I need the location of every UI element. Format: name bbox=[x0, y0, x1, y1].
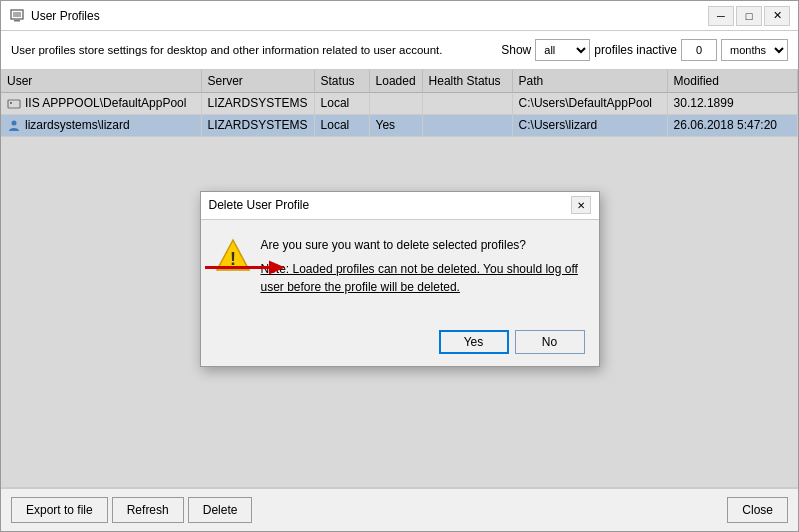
refresh-button[interactable]: Refresh bbox=[112, 497, 184, 523]
delete-dialog: Delete User Profile ✕ bbox=[200, 191, 600, 367]
no-button[interactable]: No bbox=[515, 330, 585, 354]
dialog-title: Delete User Profile bbox=[209, 198, 310, 212]
show-label: Show bbox=[501, 43, 531, 57]
yes-button[interactable]: Yes bbox=[439, 330, 509, 354]
bottom-left-buttons: Export to file Refresh Delete bbox=[11, 497, 252, 523]
dialog-note: Note: Loaded profiles can not be deleted… bbox=[261, 260, 585, 296]
window-controls: ─ □ ✕ bbox=[708, 6, 790, 26]
dialog-question: Are you sure you want to delete selected… bbox=[261, 236, 585, 254]
svg-rect-2 bbox=[14, 20, 20, 22]
delete-button[interactable]: Delete bbox=[188, 497, 253, 523]
export-button[interactable]: Export to file bbox=[11, 497, 108, 523]
table-area: User Server Status Loaded Health Status … bbox=[1, 70, 798, 488]
dialog-body: ! Are you sure you want to delete select… bbox=[201, 220, 599, 324]
inactive-input[interactable]: 0 bbox=[681, 39, 717, 61]
dialog-overlay: Delete User Profile ✕ bbox=[1, 70, 798, 487]
dialog-buttons: Yes No bbox=[201, 324, 599, 366]
title-bar: User Profiles ─ □ ✕ bbox=[1, 1, 798, 31]
months-select[interactable]: months days years bbox=[721, 39, 788, 61]
show-controls: Show all none profiles inactive 0 months… bbox=[501, 39, 788, 61]
svg-marker-7 bbox=[269, 260, 285, 274]
window-title: User Profiles bbox=[31, 9, 708, 23]
maximize-button[interactable]: □ bbox=[736, 6, 762, 26]
svg-rect-1 bbox=[13, 12, 21, 17]
app-icon bbox=[9, 8, 25, 24]
main-window: User Profiles ─ □ ✕ User profiles store … bbox=[0, 0, 799, 532]
description-text: User profiles store settings for desktop… bbox=[11, 44, 501, 56]
close-window-button[interactable]: ✕ bbox=[764, 6, 790, 26]
arrow-icon bbox=[205, 256, 285, 278]
bottom-bar: Export to file Refresh Delete Close bbox=[1, 488, 798, 531]
dialog-message: Are you sure you want to delete selected… bbox=[261, 236, 585, 302]
description-bar: User profiles store settings for desktop… bbox=[1, 31, 798, 70]
minimize-button[interactable]: ─ bbox=[708, 6, 734, 26]
close-button[interactable]: Close bbox=[727, 497, 788, 523]
dialog-title-bar: Delete User Profile ✕ bbox=[201, 192, 599, 220]
dialog-close-button[interactable]: ✕ bbox=[571, 196, 591, 214]
show-select[interactable]: all none bbox=[535, 39, 590, 61]
inactive-label: profiles inactive bbox=[594, 43, 677, 57]
dialog-warning-row: ! Are you sure you want to delete select… bbox=[215, 236, 585, 302]
